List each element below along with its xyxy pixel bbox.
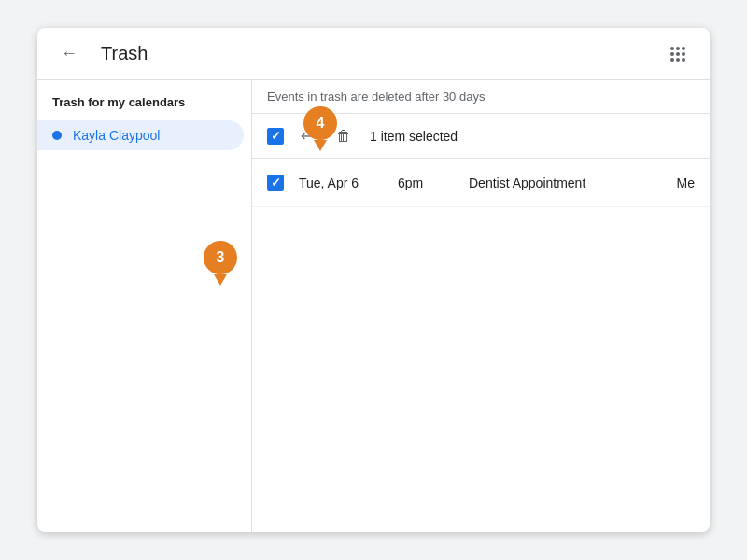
select-all-checkbox[interactable]: ✓ (267, 128, 284, 145)
selected-count-label: 1 item selected (370, 129, 458, 144)
apps-button[interactable] (661, 37, 695, 71)
calendar-name: Kayla Claypool (73, 128, 160, 143)
trash-icon: 🗑 (336, 128, 351, 145)
event-checkbox[interactable]: ✓ (267, 175, 284, 191)
back-button[interactable]: ← (52, 37, 86, 71)
checkbox-checked[interactable]: ✓ (267, 128, 284, 145)
checkmark-icon: ✓ (271, 176, 281, 189)
selection-toolbar: ✓ ↩ 🗑 1 item selected (252, 114, 710, 159)
restore-icon: ↩ (301, 127, 313, 145)
restore-button[interactable]: ↩ (291, 121, 321, 151)
sidebar-item-kayla-claypool[interactable]: Kayla Claypool (37, 120, 244, 150)
event-date: Tue, Apr 6 (299, 175, 383, 190)
grid-icon (670, 47, 685, 62)
checkmark-icon: ✓ (271, 130, 281, 142)
delete-permanently-button[interactable]: 🗑 (329, 121, 359, 151)
table-row[interactable]: ✓ Tue, Apr 6 6pm Dentist Appointment Me (252, 159, 710, 207)
event-title: Dentist Appointment (469, 175, 642, 190)
sidebar: Trash for my calendars Kayla Claypool (37, 80, 252, 532)
info-message: Events in trash are deleted after 30 day… (267, 90, 485, 104)
event-owner: Me (657, 175, 695, 190)
back-icon: ← (61, 44, 78, 63)
calendar-color-dot (52, 131, 62, 140)
info-bar: Events in trash are deleted after 30 day… (252, 80, 710, 114)
app-header: ← Trash (37, 28, 710, 80)
event-time: 6pm (398, 175, 454, 190)
page-title: Trash (101, 43, 148, 64)
main-content: Events in trash are deleted after 30 day… (252, 80, 710, 532)
event-list: ✓ Tue, Apr 6 6pm Dentist Appointment Me (252, 159, 710, 532)
sidebar-section-title: Trash for my calendars (37, 95, 251, 120)
app-body: Trash for my calendars Kayla Claypool Ev… (37, 80, 710, 532)
